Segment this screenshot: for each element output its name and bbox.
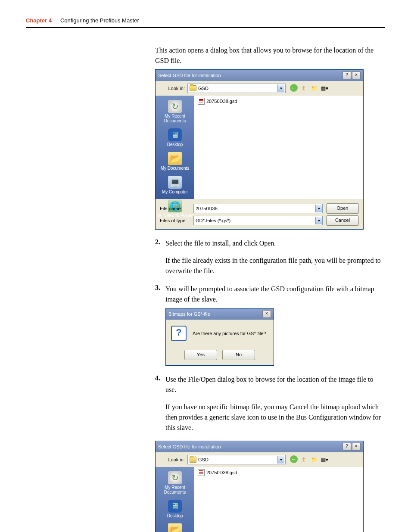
cancel-button[interactable]: Cancel: [326, 215, 359, 226]
close-icon[interactable]: ×: [352, 72, 361, 79]
file-name-text: 20750D38.gsd: [206, 470, 237, 475]
dialog-toolbar: Look in: GSD ▼ ← ↥ 📁 ▦▾: [156, 81, 363, 96]
close-icon[interactable]: ×: [352, 443, 361, 451]
places-bar: ↻ My Recent Documents 🖥 Desktop 📂 My Doc…: [156, 96, 194, 199]
chevron-down-icon[interactable]: ▼: [315, 217, 322, 224]
desktop-icon: 🖥: [168, 500, 182, 513]
places-bar: ↻ My Recent Documents 🖥 Desktop 📂 My Doc…: [156, 467, 194, 532]
up-folder-icon[interactable]: ↥: [299, 455, 308, 464]
step-number: 4.: [155, 374, 165, 395]
step-number: 2.: [155, 238, 165, 249]
place-my-computer[interactable]: 💻 My Computer: [156, 174, 194, 196]
my-computer-icon: 💻: [168, 176, 182, 189]
dialog-titlebar: Bitmaps for GS*-file ×: [166, 308, 274, 320]
place-label: My Recent Documents: [156, 485, 194, 495]
bitmaps-prompt-dialog: Bitmaps for GS*-file × ? Are there any p…: [165, 308, 274, 366]
file-type-label: Files of type:: [160, 218, 190, 223]
folder-icon: [190, 85, 196, 91]
place-my-documents[interactable]: 📂 My Documents: [156, 522, 194, 532]
file-name-input[interactable]: 20750D38 ▼: [193, 204, 323, 213]
place-recent-documents[interactable]: ↻ My Recent Documents: [156, 98, 194, 125]
place-desktop[interactable]: 🖥 Desktop: [156, 498, 194, 520]
question-icon: ?: [171, 326, 187, 341]
dialog-titlebar: Select GSD file for installation ? ×: [156, 70, 363, 81]
look-in-value: GSD: [198, 86, 209, 91]
file-list-pane[interactable]: 20750D38.gsd: [194, 96, 363, 199]
folder-icon: [190, 457, 196, 463]
place-label: Desktop: [167, 513, 183, 518]
chevron-down-icon[interactable]: ▼: [277, 456, 284, 464]
look-in-dropdown[interactable]: GSD ▼: [187, 84, 286, 93]
view-menu-icon[interactable]: ▦▾: [320, 455, 329, 464]
up-folder-icon[interactable]: ↥: [299, 84, 308, 93]
step-3: 3. You will be prompted to associate the…: [155, 284, 385, 305]
back-icon[interactable]: ←: [290, 455, 298, 463]
chapter-number: Chapter 4: [26, 17, 52, 24]
look-in-label: Look in:: [159, 457, 185, 462]
step-text: Select the file to install, and click Op…: [165, 238, 385, 249]
page-header: Chapter 4 Configuring the Profibus Maste…: [26, 17, 385, 24]
file-list-pane[interactable]: 20750D38.gsd: [194, 467, 363, 532]
my-documents-icon: 📂: [168, 152, 182, 165]
no-button[interactable]: No: [222, 350, 255, 360]
prompt-question: Are there any pictures for GS*-file?: [193, 331, 266, 336]
new-folder-icon[interactable]: 📁: [310, 84, 318, 93]
look-in-dropdown[interactable]: GSD ▼: [187, 455, 286, 464]
gsd-file-dialog-1: Select GSD file for installation ? × Loo…: [155, 69, 364, 230]
dialog-toolbar: Look in: GSD ▼ ← ↥ 📁 ▦▾: [156, 452, 363, 467]
chapter-title: Configuring the Profibus Master: [60, 17, 139, 24]
file-type-dropdown[interactable]: GD*-Files (*.gs*) ▼: [193, 216, 323, 225]
look-in-value: GSD: [198, 457, 209, 462]
view-menu-icon[interactable]: ▦▾: [320, 84, 329, 93]
dialog-title: Select GSD file for installation: [158, 73, 221, 78]
horizontal-rule: [26, 27, 385, 28]
yes-button[interactable]: Yes: [184, 350, 217, 360]
place-label: My Documents: [161, 166, 190, 171]
help-icon[interactable]: ?: [342, 443, 351, 451]
place-recent-documents[interactable]: ↻ My Recent Documents: [156, 470, 194, 496]
chevron-down-icon[interactable]: ▼: [277, 84, 284, 92]
intro-paragraph: This action opens a dialog box that allo…: [155, 45, 385, 66]
place-label: My Computer: [162, 190, 188, 194]
close-icon[interactable]: ×: [262, 310, 271, 318]
gsd-file-dialog-2: Select GSD file for installation ? × Loo…: [155, 441, 364, 532]
step-4: 4. Use the File/Open dialog box to brows…: [155, 374, 385, 395]
step-2-continuation: If the file already exists in the config…: [165, 255, 385, 276]
recent-documents-icon: ↻: [168, 471, 182, 484]
file-name-label: File name:: [160, 206, 190, 211]
desktop-icon: 🖥: [168, 128, 182, 141]
file-list-item[interactable]: 20750D38.gsd: [197, 469, 361, 476]
gsd-file-icon: [198, 98, 205, 105]
new-folder-icon[interactable]: 📁: [310, 455, 318, 464]
step-number: 3.: [155, 284, 165, 305]
file-list-item[interactable]: 20750D38.gsd: [197, 97, 361, 105]
place-label: My Recent Documents: [156, 114, 194, 123]
step-text: Use the File/Open dialog box to browse f…: [165, 374, 385, 395]
chevron-down-icon[interactable]: ▼: [315, 205, 322, 212]
file-name-value: 20750D38: [196, 206, 315, 211]
place-label: My Network Places: [156, 213, 193, 218]
file-type-value: GD*-Files (*.gs*): [196, 218, 315, 223]
step-4-continuation: If you have no specific bitmap file, you…: [165, 402, 385, 433]
place-desktop[interactable]: 🖥 Desktop: [156, 127, 194, 149]
my-documents-icon: 📂: [168, 523, 182, 532]
help-icon[interactable]: ?: [342, 72, 351, 79]
gsd-file-icon: [198, 469, 205, 476]
dialog-title: Select GSD file for installation: [158, 444, 221, 449]
back-icon[interactable]: ←: [290, 84, 298, 92]
dialog-titlebar: Select GSD file for installation ? ×: [156, 441, 363, 452]
place-my-documents[interactable]: 📂 My Documents: [156, 150, 194, 172]
file-name-text: 20750D38.gsd: [206, 99, 237, 104]
open-button[interactable]: Open: [326, 203, 359, 214]
place-label: Desktop: [167, 142, 183, 147]
look-in-label: Look in:: [159, 86, 185, 91]
dialog-title: Bitmaps for GS*-file: [168, 311, 210, 317]
recent-documents-icon: ↻: [168, 100, 182, 113]
step-text: You will be prompted to associate the GS…: [165, 284, 385, 305]
step-2: 2. Select the file to install, and click…: [155, 238, 385, 249]
